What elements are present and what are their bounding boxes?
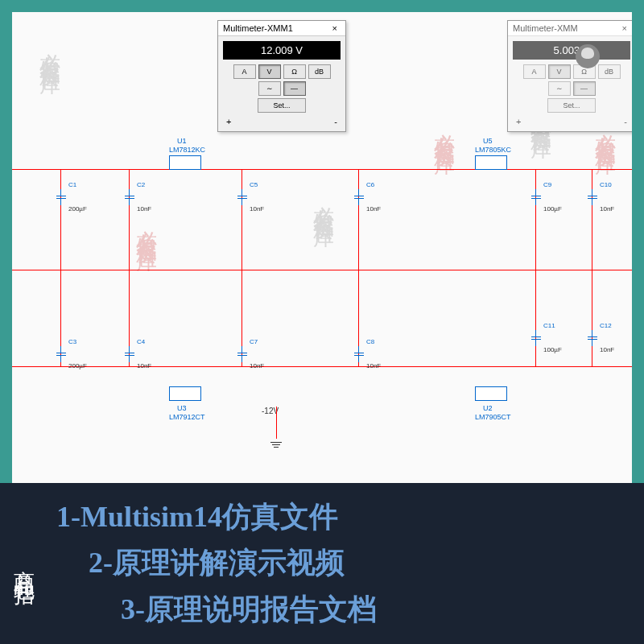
watermark: 必有傻福资料库 <box>310 189 338 212</box>
bottom-banner: 商品包括 1-Multisim14仿真文件 2-原理讲解演示视频 3-原理说明报… <box>0 483 644 644</box>
capacitor-c10[interactable] <box>588 189 597 205</box>
value-c3: 200µF <box>68 362 87 369</box>
value-c1: 200µF <box>68 205 87 213</box>
label-c10: C10 <box>600 181 612 188</box>
terminal-pos: + <box>516 117 521 126</box>
mode-ohm-button[interactable]: Ω <box>283 64 306 79</box>
value-c12: 10nF <box>600 346 614 353</box>
watermark: 必有傻福资料库 <box>36 36 64 59</box>
capacitor-c2[interactable] <box>125 189 134 205</box>
banner-item-3: 3-原理说明报告文档 <box>56 587 644 634</box>
value-c8: 10nF <box>366 362 381 369</box>
banner-item-2: 2-原理讲解演示视频 <box>56 540 644 587</box>
ic-u2[interactable] <box>475 386 507 401</box>
label-u5: U5 <box>483 137 493 145</box>
wire <box>12 270 632 270</box>
value-c6: 10nF <box>366 205 381 213</box>
label-u2: U2 <box>483 404 493 412</box>
label-c12: C12 <box>600 322 612 329</box>
label-c2: C2 <box>137 181 145 188</box>
mode-a-button[interactable]: A <box>233 64 256 79</box>
capacitor-c11[interactable] <box>531 330 541 346</box>
label-c11: C11 <box>543 322 555 329</box>
wire <box>12 169 632 170</box>
schematic-canvas[interactable]: 必有傻福资料库 必有傻福资料库 必有傻福资料库 必有傻福资料库 必有傻福资料库 … <box>12 12 632 483</box>
label-u3: U3 <box>177 404 187 412</box>
banner-item-1: 1-Multisim14仿真文件 <box>56 494 644 541</box>
label-c3: C3 <box>68 338 76 345</box>
label-c5: C5 <box>250 181 258 188</box>
mode-v-button[interactable]: V <box>548 64 571 79</box>
label-c1: C1 <box>68 181 76 188</box>
value-c4: 10nF <box>137 362 151 369</box>
wave-ac-button[interactable]: ∼ <box>548 81 571 96</box>
value-u1: LM7812KC <box>169 146 205 154</box>
close-icon[interactable]: × <box>329 23 341 33</box>
capacitor-c12[interactable] <box>588 330 597 346</box>
capacitor-c4[interactable] <box>125 346 134 362</box>
wire <box>276 407 277 439</box>
avatar <box>576 44 600 68</box>
terminal-neg: - <box>334 117 337 126</box>
wire <box>12 366 632 367</box>
mode-db-button[interactable]: dB <box>308 64 331 79</box>
close-icon[interactable]: × <box>619 23 630 33</box>
ground-symbol[interactable] <box>270 439 283 450</box>
capacitor-c7[interactable] <box>237 346 247 362</box>
multimeter-1-reading: 12.009 V <box>223 41 341 60</box>
value-u2: LM7905CT <box>475 413 511 421</box>
label-u1: U1 <box>177 137 187 145</box>
value-c2: 10nF <box>137 205 151 213</box>
capacitor-c3[interactable] <box>56 346 66 362</box>
multimeter-1[interactable]: Multimeter-XMM1 × 12.009 V A V Ω dB ∼ — … <box>217 20 346 132</box>
value-c5: 10nF <box>250 205 264 213</box>
mode-a-button[interactable]: A <box>523 64 546 79</box>
value-u3: LM7912CT <box>169 413 205 421</box>
value-c9: 100µF <box>543 205 562 213</box>
label-c4: C4 <box>137 338 145 345</box>
watermark: 必有傻福资料库 <box>431 117 459 139</box>
value-c11: 100µF <box>543 346 562 353</box>
value-u5: LM7805KC <box>475 146 511 154</box>
set-button[interactable]: Set... <box>547 98 596 113</box>
terminal-pos: + <box>226 117 231 126</box>
multimeter-2[interactable]: Multimeter-XMM × 5.003 V A V Ω dB ∼ — Se… <box>507 20 632 132</box>
capacitor-c6[interactable] <box>354 189 364 205</box>
outer-frame: 百度网盘自动发货 百度网盘自动发货 必有傻福资料库 必有傻福资料库 必有傻福资料… <box>0 0 644 644</box>
value-c7: 10nF <box>250 362 264 369</box>
banner-label: 商品包括 <box>0 483 48 644</box>
label-c7: C7 <box>250 338 258 345</box>
terminal-neg: - <box>624 117 627 126</box>
capacitor-c5[interactable] <box>237 189 247 205</box>
label-c8: C8 <box>366 338 374 345</box>
value-c10: 10nF <box>600 205 614 213</box>
watermark: 必有傻福资料库 <box>133 213 161 236</box>
ic-u5[interactable] <box>475 155 507 170</box>
label-c9: C9 <box>543 181 551 188</box>
ic-u1[interactable] <box>169 155 201 170</box>
capacitor-c8[interactable] <box>354 346 364 362</box>
capacitor-c9[interactable] <box>531 189 541 205</box>
multimeter-2-title: Multimeter-XMM <box>513 23 578 33</box>
label-c6: C6 <box>366 181 374 188</box>
mode-v-button[interactable]: V <box>258 64 281 79</box>
capacitor-c1[interactable] <box>56 189 66 205</box>
banner-items: 1-Multisim14仿真文件 2-原理讲解演示视频 3-原理说明报告文档 <box>48 483 644 644</box>
wave-ac-button[interactable]: ∼ <box>258 81 281 96</box>
ic-u3[interactable] <box>169 386 201 401</box>
wave-dc-button[interactable]: — <box>283 81 306 96</box>
set-button[interactable]: Set... <box>258 98 306 113</box>
multimeter-2-reading: 5.003 V <box>513 41 630 60</box>
multimeter-1-title: Multimeter-XMM1 <box>223 23 293 33</box>
wave-dc-button[interactable]: — <box>573 81 596 96</box>
mode-db-button[interactable]: dB <box>598 64 621 79</box>
